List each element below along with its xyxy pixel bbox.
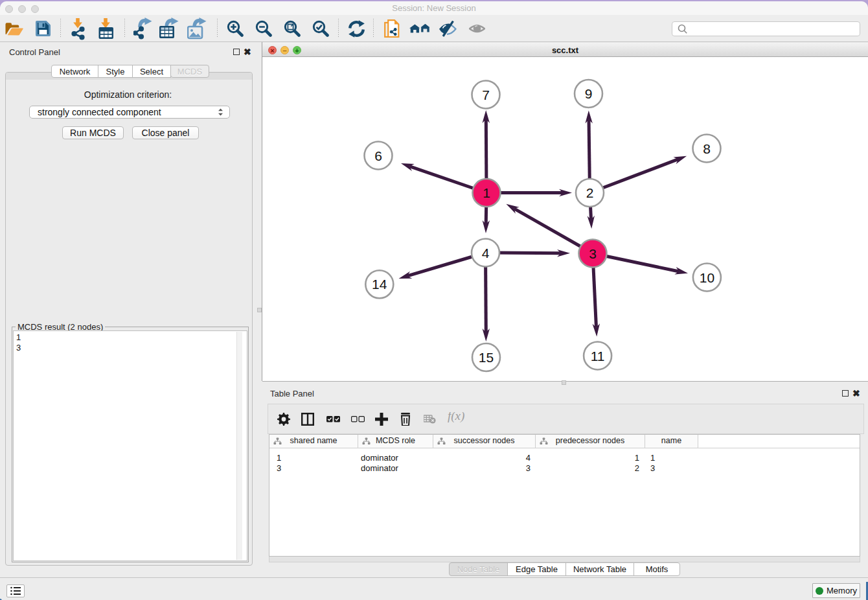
svg-text:1: 1 [483, 185, 490, 200]
svg-text:10: 10 [700, 270, 714, 285]
svg-text:9: 9 [585, 86, 593, 101]
svg-text:8: 8 [703, 141, 711, 156]
svg-text:14: 14 [372, 277, 387, 292]
svg-text:2: 2 [586, 185, 594, 200]
svg-text:f(x): f(x) [448, 412, 464, 423]
svg-text:11: 11 [591, 349, 605, 363]
svg-text:7: 7 [482, 87, 490, 102]
svg-text:3: 3 [589, 246, 597, 261]
svg-text:4: 4 [482, 246, 490, 260]
svg-text:6: 6 [374, 148, 382, 163]
svg-text:15: 15 [479, 350, 494, 365]
